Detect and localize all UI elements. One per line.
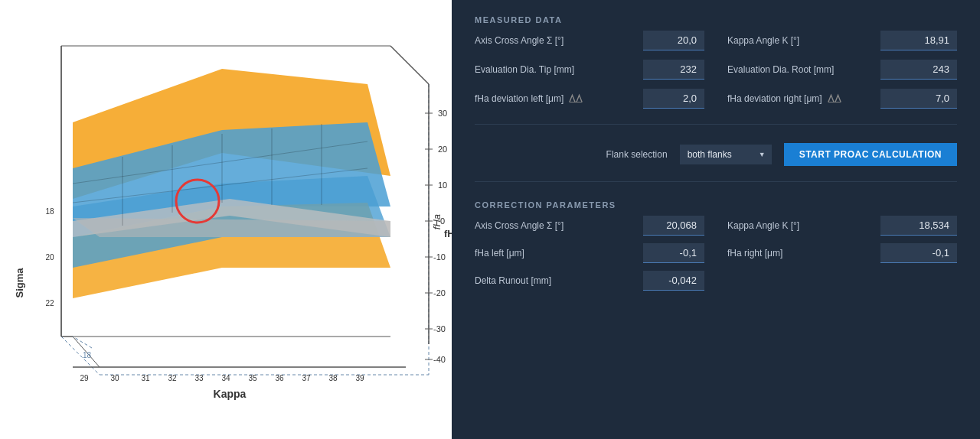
fha-dev-right-row: fHa deviation right [μm] 7,0: [727, 89, 957, 109]
right-panel: MEASURED DATA Axis Cross Angle Σ [°] 20,…: [452, 0, 980, 439]
empty-cell: [727, 271, 957, 291]
corr-kappa-angle-label: Kappa Angle K [°]: [727, 220, 799, 231]
flank-selection-label: Flank selection: [606, 149, 668, 160]
eval-dia-tip-label: Evaluation Dia. Tip [mm]: [475, 64, 574, 75]
svg-text:39: 39: [355, 374, 364, 382]
corr-axis-cross-angle-label: Axis Cross Angle Σ [°]: [475, 220, 564, 231]
divider-2: [475, 181, 957, 182]
fha-dev-right-value: 7,0: [880, 89, 957, 109]
svg-text:-20: -20: [433, 288, 446, 298]
svg-text:30: 30: [438, 109, 447, 118]
svg-text:30: 30: [110, 374, 119, 382]
svg-text:fHa: fHa: [444, 228, 452, 239]
correction-parameters-title: CORRECTION PARAMETERS: [475, 200, 957, 210]
svg-text:32: 32: [168, 374, 177, 382]
svg-text:18: 18: [83, 351, 92, 359]
3d-chart: 30 20 10 0 -10 -20 -30 -40 fHa fHa: [0, 0, 452, 439]
measured-data-title: MEASURED DATA: [475, 15, 957, 24]
chart-container: 30 20 10 0 -10 -20 -30 -40 fHa fHa: [0, 0, 452, 439]
svg-text:37: 37: [302, 374, 311, 382]
svg-text:22: 22: [45, 299, 54, 307]
svg-text:33: 33: [194, 374, 204, 382]
svg-text:-10: -10: [433, 252, 446, 262]
eval-dia-root-label: Evaluation Dia. Root [mm]: [727, 64, 834, 75]
delta-runout-row: Delta Runout [mm] -0,042: [475, 271, 704, 291]
eval-dia-root-value: 243: [880, 60, 957, 80]
correction-params-grid: Axis Cross Angle Σ [°] 20,068 Kappa Angl…: [475, 216, 957, 291]
svg-text:Kappa: Kappa: [214, 388, 247, 400]
corr-axis-cross-angle-row: Axis Cross Angle Σ [°] 20,068: [475, 216, 704, 236]
correction-parameters-section: CORRECTION PARAMETERS Axis Cross Angle Σ…: [475, 200, 957, 291]
eval-dia-tip-value: 232: [643, 60, 704, 80]
fha-left-value: -0,1: [643, 243, 704, 263]
fha-right-row: fHa right [μm] -0,1: [727, 243, 957, 263]
measured-data-grid: Axis Cross Angle Σ [°] 20,0 Kappa Angle …: [475, 31, 957, 109]
svg-text:-40: -40: [433, 355, 446, 364]
axis-cross-angle-value: 20,0: [643, 31, 704, 50]
fha-right-icon: [827, 93, 842, 104]
svg-text:36: 36: [275, 374, 284, 382]
fha-left-label: fHa left [μm]: [475, 248, 524, 259]
measured-data-section: MEASURED DATA Axis Cross Angle Σ [°] 20,…: [475, 15, 957, 109]
svg-text:20: 20: [438, 145, 447, 154]
fha-right-value: -0,1: [880, 243, 957, 263]
axis-cross-angle-row: Axis Cross Angle Σ [°] 20,0: [475, 31, 704, 50]
svg-text:fHa: fHa: [431, 214, 443, 229]
fha-dev-left-row: fHa deviation left [μm] 2,0: [475, 89, 704, 109]
svg-text:20: 20: [45, 253, 54, 262]
kappa-angle-row: Kappa Angle K [°] 18,91: [727, 31, 957, 50]
corr-kappa-angle-row: Kappa Angle K [°] 18,534: [727, 216, 957, 236]
flank-dropdown-wrapper[interactable]: both flanks left flank right flank: [680, 145, 772, 164]
svg-text:35: 35: [248, 374, 257, 382]
delta-runout-value: -0,042: [643, 271, 704, 291]
fha-dev-left-label: fHa deviation left [μm]: [475, 93, 583, 104]
corr-axis-cross-angle-value: 20,068: [643, 216, 704, 236]
corr-kappa-angle-value: 18,534: [880, 216, 957, 236]
svg-text:38: 38: [328, 374, 338, 382]
svg-text:34: 34: [221, 374, 230, 382]
eval-dia-root-row: Evaluation Dia. Root [mm] 243: [727, 60, 957, 80]
chart-panel: 30 20 10 0 -10 -20 -30 -40 fHa fHa: [0, 0, 452, 439]
svg-text:29: 29: [80, 374, 89, 382]
fha-dev-left-value: 2,0: [643, 89, 704, 109]
svg-text:-30: -30: [433, 324, 446, 333]
axis-cross-angle-label: Axis Cross Angle Σ [°]: [475, 35, 564, 46]
flank-selection-row: Flank selection both flanks left flank r…: [475, 143, 957, 166]
svg-text:31: 31: [141, 374, 150, 382]
svg-marker-32: [73, 218, 390, 237]
kappa-angle-label: Kappa Angle K [°]: [727, 35, 799, 46]
start-proac-button[interactable]: START PROAC CALCULATION: [784, 143, 957, 166]
kappa-angle-value: 18,91: [880, 31, 957, 50]
divider-1: [475, 124, 957, 125]
svg-text:10: 10: [438, 180, 447, 190]
fha-dev-right-label: fHa deviation right [μm]: [727, 93, 842, 104]
fha-left-row: fHa left [μm] -0,1: [475, 243, 704, 263]
fha-left-icon: [568, 93, 583, 104]
fha-right-label: fHa right [μm]: [727, 248, 782, 259]
flank-dropdown[interactable]: both flanks left flank right flank: [680, 145, 772, 164]
delta-runout-label: Delta Runout [mm]: [475, 275, 551, 286]
eval-dia-tip-row: Evaluation Dia. Tip [mm] 232: [475, 60, 704, 80]
svg-text:Sigma: Sigma: [14, 268, 25, 298]
svg-text:18: 18: [45, 207, 54, 216]
